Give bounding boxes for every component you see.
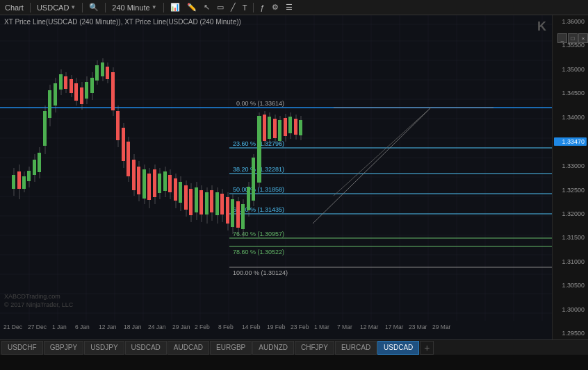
svg-text:29 Mar: 29 Mar — [432, 323, 451, 330]
svg-rect-100 — [126, 142, 130, 176]
svg-rect-62 — [27, 171, 31, 181]
svg-text:2 Feb: 2 Feb — [195, 323, 210, 330]
svg-rect-128 — [199, 190, 203, 215]
svg-rect-144 — [241, 204, 245, 229]
svg-rect-88 — [95, 65, 99, 81]
tab-usdcad[interactable]: USDCAD — [125, 341, 167, 355]
rectangle-icon[interactable]: ▭ — [215, 3, 226, 12]
svg-rect-92 — [106, 67, 109, 79]
maximize-button[interactable]: □ — [568, 33, 578, 43]
price-current: 1.33470 — [554, 137, 587, 146]
svg-text:76.40 % (1.30957): 76.40 % (1.30957) — [233, 230, 284, 237]
svg-rect-132 — [210, 190, 213, 212]
svg-text:7 Mar: 7 Mar — [337, 323, 352, 330]
tab-gbpjpy[interactable]: GBPJPY — [44, 341, 83, 355]
bar-chart-icon[interactable]: 📊 — [168, 3, 182, 12]
svg-rect-112 — [158, 174, 161, 193]
svg-rect-162 — [288, 117, 292, 133]
symbol-dropdown-arrow: ▼ — [70, 4, 76, 10]
svg-rect-60 — [22, 176, 26, 189]
svg-rect-148 — [252, 158, 255, 201]
chart-canvas: 0.00 % (1.33614) 23.60 % (1.32796) 38.20… — [0, 15, 552, 339]
tab-usdcad[interactable]: USDCAD — [377, 341, 419, 355]
list-icon[interactable]: ☰ — [284, 3, 295, 12]
tab-eurgbp[interactable]: EURGBP — [210, 341, 252, 355]
svg-rect-70 — [48, 90, 51, 118]
timeframe-dropdown-arrow: ▼ — [152, 4, 157, 10]
svg-rect-94 — [111, 72, 115, 110]
svg-rect-80 — [74, 83, 78, 101]
symbol-selector[interactable]: USDCAD ▼ — [35, 3, 78, 12]
svg-text:17 Mar: 17 Mar — [385, 323, 404, 330]
cursor-icon[interactable]: ↖ — [202, 3, 212, 12]
svg-text:21 Dec: 21 Dec — [3, 323, 23, 330]
svg-rect-102 — [132, 160, 136, 190]
svg-rect-138 — [226, 197, 229, 224]
tab-eurcad[interactable]: EURCAD — [335, 341, 377, 355]
svg-rect-90 — [101, 62, 104, 76]
svg-rect-108 — [147, 174, 151, 200]
svg-rect-96 — [116, 111, 120, 140]
settings-icon[interactable]: ⚙ — [270, 3, 281, 12]
svg-rect-98 — [122, 128, 125, 161]
svg-rect-86 — [90, 78, 94, 93]
svg-rect-118 — [174, 178, 177, 201]
svg-rect-0 — [0, 15, 552, 339]
price-1.30000: 1.30000 — [554, 306, 587, 313]
svg-rect-116 — [168, 175, 172, 192]
svg-rect-146 — [247, 187, 250, 210]
timeframe-selector[interactable]: 240 Minute ▼ — [110, 3, 158, 12]
svg-rect-152 — [263, 115, 266, 141]
svg-text:23 Mar: 23 Mar — [409, 323, 427, 330]
add-tab-button[interactable]: + — [420, 341, 434, 355]
tab-usdjpy[interactable]: USDJPY — [84, 341, 124, 355]
chart-title: XT Price Line(USDCAD (240 Minute)), XT P… — [4, 18, 241, 26]
svg-rect-74 — [59, 74, 63, 90]
svg-rect-140 — [231, 199, 234, 227]
search-icon[interactable]: 🔍 — [87, 3, 101, 12]
svg-rect-104 — [137, 167, 140, 194]
text-icon[interactable]: T — [240, 3, 250, 12]
svg-rect-58 — [17, 171, 21, 189]
chart-title-text: XT Price Line(USDCAD (240 Minute)), XT P… — [4, 18, 241, 26]
price-1.31000: 1.31000 — [554, 258, 587, 265]
tab-audcad[interactable]: AUDCAD — [168, 341, 209, 355]
tab-chfjpy[interactable]: CHFJPY — [295, 341, 334, 355]
line-icon[interactable]: ╱ — [229, 3, 238, 12]
svg-rect-158 — [278, 120, 281, 141]
minimize-button[interactable]: _ — [557, 33, 567, 43]
svg-rect-156 — [273, 119, 277, 138]
svg-text:50.00 % (1.31858): 50.00 % (1.31858) — [233, 186, 284, 193]
svg-rect-114 — [163, 171, 167, 191]
price-1.30500: 1.30500 — [554, 282, 587, 289]
k-logo: K — [537, 19, 546, 34]
svg-rect-106 — [142, 169, 146, 199]
price-1.29500: 1.29500 — [554, 330, 587, 337]
svg-rect-154 — [268, 117, 271, 139]
price-axis: 1.36000 1.35500 1.35000 1.34500 1.34000 … — [552, 15, 588, 339]
chart-text: Chart — [5, 3, 24, 12]
svg-text:78.60 % (1.30522): 78.60 % (1.30522) — [233, 249, 284, 255]
timeframe-text: 240 Minute — [112, 3, 149, 12]
svg-text:19 Feb: 19 Feb — [267, 323, 286, 330]
tab-audnzd[interactable]: AUDNZD — [252, 341, 294, 355]
pencil-icon[interactable]: ✏️ — [185, 3, 199, 12]
svg-rect-82 — [80, 87, 83, 104]
svg-text:8 Feb: 8 Feb — [218, 323, 234, 330]
svg-text:61.80 % (1.31435): 61.80 % (1.31435) — [233, 206, 284, 213]
svg-text:12 Mar: 12 Mar — [360, 323, 379, 330]
svg-rect-160 — [284, 118, 287, 136]
price-1.33000: 1.33000 — [554, 162, 587, 169]
svg-rect-76 — [64, 76, 67, 89]
svg-rect-134 — [215, 192, 219, 215]
svg-rect-126 — [195, 187, 198, 212]
price-1.32000: 1.32000 — [554, 210, 587, 217]
svg-text:0.00 % (1.33614): 0.00 % (1.33614) — [236, 100, 284, 107]
indicator-icon[interactable]: ƒ — [258, 3, 266, 12]
chart-area: XT Price Line(USDCAD (240 Minute)), XT P… — [0, 15, 588, 339]
svg-rect-164 — [294, 119, 297, 135]
tab-usdchf[interactable]: USDCHF — [1, 341, 43, 355]
symbol-text: USDCAD — [37, 3, 69, 12]
svg-rect-120 — [179, 182, 182, 203]
close-button[interactable]: × — [578, 33, 588, 43]
